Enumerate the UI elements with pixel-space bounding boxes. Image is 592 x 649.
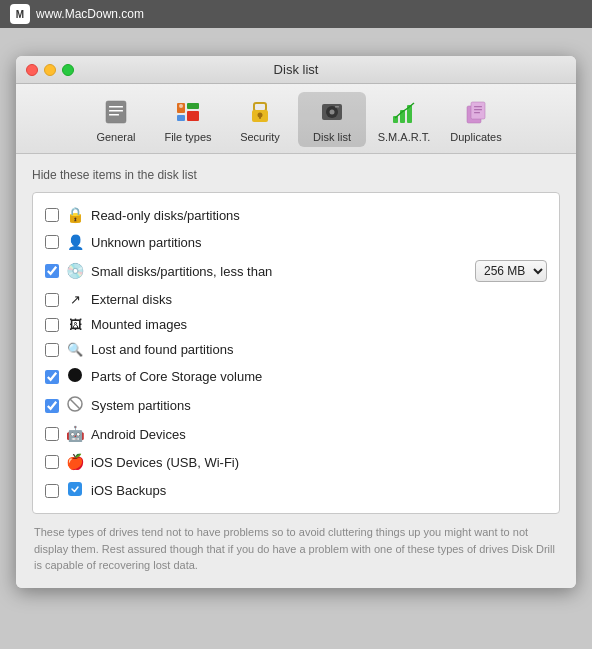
toolbar-item-security[interactable]: Security (226, 92, 294, 147)
svg-point-15 (330, 110, 335, 115)
ios-devices-icon: 🍎 (66, 453, 84, 471)
file-types-label: File types (164, 131, 211, 143)
toolbar-item-smart[interactable]: S.M.A.R.T. (370, 92, 438, 147)
toolbar-item-file-types[interactable]: File types (154, 92, 222, 147)
small-disks-label: Small disks/partitions, less than (91, 264, 468, 279)
list-item: ↗ External disks (45, 287, 547, 312)
svg-rect-23 (474, 109, 482, 110)
svg-rect-7 (187, 111, 199, 121)
svg-rect-2 (109, 110, 123, 112)
list-item: 🔍 Lost and found partitions (45, 337, 547, 362)
footer-description: These types of drives tend not to have p… (32, 524, 560, 574)
macdown-bar: M www.MacDown.com (0, 0, 592, 28)
android-icon: 🤖 (66, 425, 84, 443)
window-title: Disk list (274, 62, 319, 77)
list-item: 🖼 Mounted images (45, 312, 547, 337)
list-item: Parts of Core Storage volume (45, 362, 547, 391)
external-icon: ↗ (66, 292, 84, 307)
ios-backups-icon (66, 481, 84, 500)
unknown-icon: 👤 (66, 234, 84, 250)
ios-devices-label: iOS Devices (USB, Wi-Fi) (91, 455, 547, 470)
system-icon (66, 396, 84, 415)
security-icon (244, 96, 276, 128)
toolbar-item-disk-list[interactable]: Disk list (298, 92, 366, 147)
general-icon (100, 96, 132, 128)
list-item: 💿 Small disks/partitions, less than 256 … (45, 255, 547, 287)
title-bar: Disk list (16, 56, 576, 84)
svg-rect-12 (259, 115, 261, 119)
svg-point-25 (68, 368, 82, 382)
toolbar-item-duplicates[interactable]: Duplicates (442, 92, 510, 147)
macdown-url: www.MacDown.com (36, 7, 144, 21)
content-area: Hide these items in the disk list 🔒 Read… (16, 154, 576, 588)
main-window: Disk list General (16, 56, 576, 588)
external-checkbox[interactable] (45, 293, 59, 307)
mounted-checkbox[interactable] (45, 318, 59, 332)
core-storage-checkbox[interactable] (45, 370, 59, 384)
readonly-checkbox[interactable] (45, 208, 59, 222)
android-label: Android Devices (91, 427, 547, 442)
general-label: General (96, 131, 135, 143)
svg-line-27 (70, 399, 80, 409)
ios-backups-checkbox[interactable] (45, 484, 59, 498)
checklist-box: 🔒 Read-only disks/partitions 👤 Unknown p… (32, 192, 560, 514)
security-label: Security (240, 131, 280, 143)
duplicates-label: Duplicates (450, 131, 501, 143)
readonly-label: Read-only disks/partitions (91, 208, 547, 223)
svg-rect-22 (474, 106, 482, 107)
external-label: External disks (91, 292, 547, 307)
svg-rect-24 (474, 112, 480, 113)
svg-rect-9 (254, 103, 266, 111)
macdown-logo: M (10, 4, 30, 24)
lost-found-checkbox[interactable] (45, 343, 59, 357)
ios-devices-checkbox[interactable] (45, 455, 59, 469)
toolbar: General File types (16, 84, 576, 154)
file-types-icon (172, 96, 204, 128)
svg-rect-6 (187, 103, 199, 109)
disk-list-icon (316, 96, 348, 128)
traffic-lights (26, 64, 74, 76)
list-item: 🔒 Read-only disks/partitions (45, 201, 547, 229)
disk-list-label: Disk list (313, 131, 351, 143)
smart-label: S.M.A.R.T. (378, 131, 431, 143)
svg-rect-28 (68, 482, 82, 496)
android-checkbox[interactable] (45, 427, 59, 441)
lost-found-icon: 🔍 (66, 342, 84, 357)
svg-point-8 (179, 104, 183, 108)
unknown-checkbox[interactable] (45, 235, 59, 249)
system-checkbox[interactable] (45, 399, 59, 413)
small-disks-icon: 💿 (66, 262, 84, 280)
svg-rect-21 (471, 102, 485, 119)
duplicates-icon (460, 96, 492, 128)
close-button[interactable] (26, 64, 38, 76)
section-title: Hide these items in the disk list (32, 168, 560, 182)
list-item: iOS Backups (45, 476, 547, 505)
core-storage-label: Parts of Core Storage volume (91, 369, 547, 384)
minimize-button[interactable] (44, 64, 56, 76)
svg-rect-16 (335, 106, 339, 108)
list-item: 🍎 iOS Devices (USB, Wi-Fi) (45, 448, 547, 476)
ios-backups-label: iOS Backups (91, 483, 547, 498)
svg-rect-0 (106, 101, 126, 123)
toolbar-item-general[interactable]: General (82, 92, 150, 147)
svg-rect-1 (109, 106, 123, 108)
mounted-label: Mounted images (91, 317, 547, 332)
lost-found-label: Lost and found partitions (91, 342, 547, 357)
size-dropdown[interactable]: 256 MB 64 MB 128 MB 512 MB 1 GB (475, 260, 547, 282)
svg-rect-3 (109, 114, 119, 116)
system-label: System partitions (91, 398, 547, 413)
small-disks-checkbox[interactable] (45, 264, 59, 278)
svg-rect-5 (177, 115, 185, 121)
core-storage-icon (66, 367, 84, 386)
mounted-icon: 🖼 (66, 317, 84, 332)
maximize-button[interactable] (62, 64, 74, 76)
list-item: System partitions (45, 391, 547, 420)
readonly-icon: 🔒 (66, 206, 84, 224)
list-item: 🤖 Android Devices (45, 420, 547, 448)
unknown-label: Unknown partitions (91, 235, 547, 250)
smart-icon (388, 96, 420, 128)
list-item: 👤 Unknown partitions (45, 229, 547, 255)
